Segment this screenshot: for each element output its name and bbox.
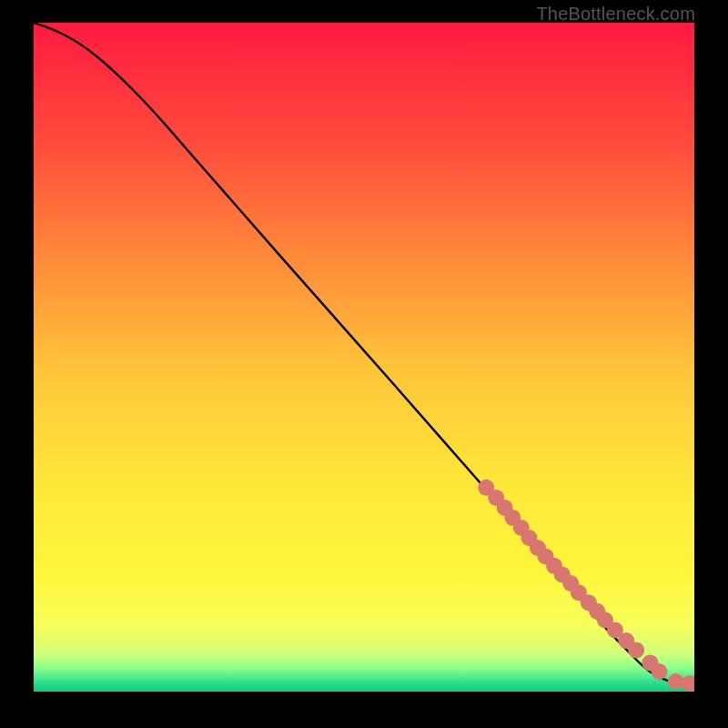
scatter-dot xyxy=(652,663,668,680)
scatter-dot xyxy=(668,673,684,690)
chart-stage: TheBottleneck.com xyxy=(0,0,728,728)
plot-background xyxy=(34,23,694,692)
plot-area xyxy=(34,23,694,692)
scatter-dot xyxy=(628,642,644,658)
watermark-text: TheBottleneck.com xyxy=(536,4,695,25)
plot-svg xyxy=(34,23,694,692)
